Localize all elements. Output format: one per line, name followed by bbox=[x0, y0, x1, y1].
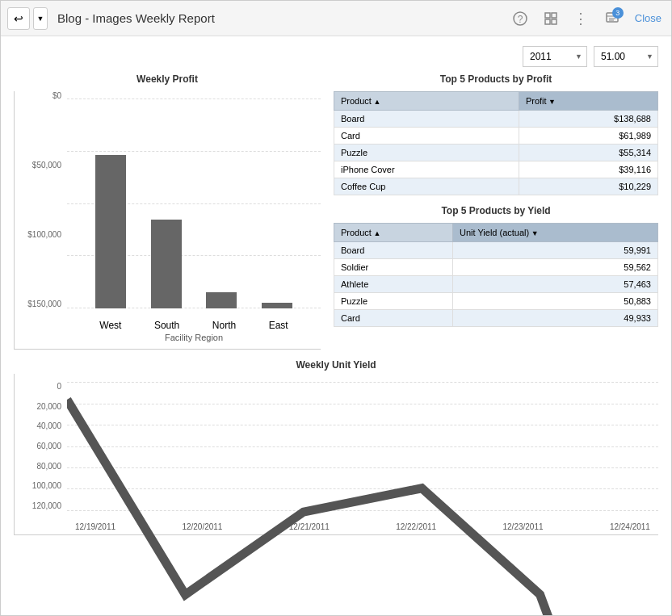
product-cell: Board bbox=[334, 242, 453, 259]
yield-cell: 59,991 bbox=[452, 242, 657, 259]
week-select-wrapper: 51.00 50.00 49.00 bbox=[594, 46, 658, 67]
tables-col: Top 5 Products by Profit Product Profit … bbox=[334, 73, 658, 350]
y-label-150k: $150,000 bbox=[27, 300, 61, 308]
table-row: Board$138,688 bbox=[334, 111, 658, 128]
help-icon: ? bbox=[513, 11, 527, 26]
svg-rect-4 bbox=[545, 19, 550, 24]
y-label-0: $0 bbox=[52, 91, 61, 100]
product-cell: Puzzle bbox=[334, 293, 453, 310]
lcy-60k: 60,000 bbox=[36, 442, 61, 450]
product-cell: Athlete bbox=[334, 276, 453, 293]
line-chart: 120,000 100,000 80,000 60,000 40,000 20,… bbox=[14, 374, 658, 535]
bar-chart: $150,000 $100,000 $50,000 $0 bbox=[14, 91, 321, 350]
profit-table-title: Top 5 Products by Profit bbox=[334, 73, 658, 85]
profit-table: Product Profit Board$138,688Card$61,989P… bbox=[334, 91, 658, 195]
notifications-badge: 3 bbox=[612, 7, 624, 19]
yield-cell: 49,933 bbox=[452, 310, 657, 327]
profit-cell: $10,229 bbox=[519, 178, 657, 195]
lcy-80k: 80,000 bbox=[36, 462, 61, 471]
more-icon: ⋮ bbox=[573, 10, 589, 27]
titlebar-right: ? ⋮ 3 bbox=[509, 7, 665, 30]
yield-table-section: Top 5 Products by Yield Product Unit Yie… bbox=[334, 205, 658, 327]
product-cell: Board bbox=[334, 111, 519, 128]
help-button[interactable]: ? bbox=[509, 7, 531, 30]
table-row: Card$61,989 bbox=[334, 128, 658, 145]
lcy-0: 0 bbox=[57, 382, 61, 391]
x-label-south: South bbox=[154, 320, 179, 331]
line-chart-svg bbox=[67, 382, 658, 615]
line-chart-title: Weekly Unit Yield bbox=[14, 359, 658, 371]
notifications-button[interactable]: 3 bbox=[601, 7, 624, 30]
table-row: Puzzle$55,314 bbox=[334, 145, 658, 161]
lcy-120k: 120,000 bbox=[32, 501, 61, 510]
profit-cell: $61,989 bbox=[519, 128, 657, 145]
table-row: iPhone Cover$39,116 bbox=[334, 161, 658, 178]
filters-row: 2011 2010 2009 51.00 50.00 49.00 bbox=[14, 46, 658, 67]
back-button[interactable]: ↩ bbox=[7, 7, 30, 30]
table-row: Card49,933 bbox=[334, 310, 658, 327]
line-chart-container: Weekly Unit Yield 120,000 100,000 80,000… bbox=[14, 359, 658, 606]
bar-north-bar bbox=[206, 292, 237, 308]
table-row: Puzzle50,883 bbox=[334, 293, 658, 310]
bar-south-bar bbox=[151, 220, 182, 308]
x-axis-title: Facility Region bbox=[67, 333, 321, 342]
line-chart-y-labels: 120,000 100,000 80,000 60,000 40,000 20,… bbox=[15, 382, 65, 510]
bars-area bbox=[67, 99, 321, 308]
lcx-1223: 12/23/2011 bbox=[503, 522, 544, 531]
bar-east bbox=[262, 303, 292, 308]
product-cell: Card bbox=[334, 128, 519, 145]
lcx-1222: 12/22/2011 bbox=[396, 522, 436, 531]
product-cell: Puzzle bbox=[334, 145, 519, 161]
bar-chart-title: Weekly Profit bbox=[14, 73, 321, 85]
table-row: Athlete57,463 bbox=[334, 276, 658, 293]
lcy-40k: 40,000 bbox=[36, 421, 61, 430]
bar-south bbox=[151, 220, 182, 308]
product-cell: Coffee Cup bbox=[334, 178, 519, 195]
page-title: Blog - Images Weekly Report bbox=[57, 11, 509, 25]
lcx-1224: 12/24/2011 bbox=[610, 522, 650, 531]
more-button[interactable]: ⋮ bbox=[570, 7, 593, 30]
profit-cell: $55,314 bbox=[519, 145, 657, 161]
table-row: Soldier59,562 bbox=[334, 259, 658, 276]
yield-col-yield[interactable]: Unit Yield (actual) bbox=[452, 224, 657, 242]
lcx-1219: 12/19/2011 bbox=[75, 522, 116, 531]
product-cell: iPhone Cover bbox=[334, 161, 519, 178]
close-button[interactable]: Close bbox=[632, 12, 665, 24]
lcx-1221: 12/21/2011 bbox=[289, 522, 330, 531]
svg-rect-3 bbox=[552, 13, 556, 18]
year-select[interactable]: 2011 2010 2009 bbox=[523, 46, 587, 67]
x-label-east: East bbox=[269, 320, 288, 331]
profit-col-profit[interactable]: Profit bbox=[519, 92, 657, 111]
layout-button[interactable] bbox=[540, 7, 562, 30]
bar-chart-y-labels: $150,000 $100,000 $50,000 $0 bbox=[15, 91, 65, 308]
bar-chart-container: Weekly Profit $150,000 $100,000 $50,000 … bbox=[14, 73, 321, 350]
x-labels: West South North East bbox=[67, 320, 321, 331]
titlebar: ↩ ▼ Blog - Images Weekly Report ? ⋮ bbox=[1, 1, 671, 36]
table-row: Coffee Cup$10,229 bbox=[334, 178, 658, 195]
lcy-100k: 100,000 bbox=[32, 481, 61, 490]
week-select[interactable]: 51.00 50.00 49.00 bbox=[594, 46, 658, 67]
profit-col-product[interactable]: Product bbox=[334, 92, 519, 111]
yield-table-title: Top 5 Products by Yield bbox=[334, 205, 658, 216]
line-chart-x-labels: 12/19/2011 12/20/2011 12/21/2011 12/22/2… bbox=[67, 522, 658, 531]
profit-cell: $39,116 bbox=[519, 161, 657, 178]
yield-cell: 57,463 bbox=[452, 276, 657, 293]
svg-rect-2 bbox=[545, 13, 550, 18]
y-label-100k: $100,000 bbox=[27, 230, 61, 239]
content-area: 2011 2010 2009 51.00 50.00 49.00 Weekly … bbox=[1, 36, 671, 615]
bar-north bbox=[206, 292, 237, 308]
profit-cell: $138,688 bbox=[519, 111, 657, 128]
y-label-50k: $50,000 bbox=[32, 161, 61, 170]
yield-cell: 59,562 bbox=[452, 259, 657, 276]
lcx-1220: 12/20/2011 bbox=[182, 522, 222, 531]
yield-col-product[interactable]: Product bbox=[334, 224, 453, 242]
product-cell: Soldier bbox=[334, 259, 453, 276]
product-cell: Card bbox=[334, 310, 453, 327]
year-select-wrapper: 2011 2010 2009 bbox=[523, 46, 587, 67]
yield-table: Product Unit Yield (actual) Board59,991S… bbox=[334, 223, 658, 327]
yield-cell: 50,883 bbox=[452, 293, 657, 310]
nav-dropdown-button[interactable]: ▼ bbox=[33, 7, 48, 30]
charts-row: Weekly Profit $150,000 $100,000 $50,000 … bbox=[14, 73, 658, 350]
x-label-north: North bbox=[212, 320, 236, 331]
bar-west-bar bbox=[95, 155, 126, 308]
